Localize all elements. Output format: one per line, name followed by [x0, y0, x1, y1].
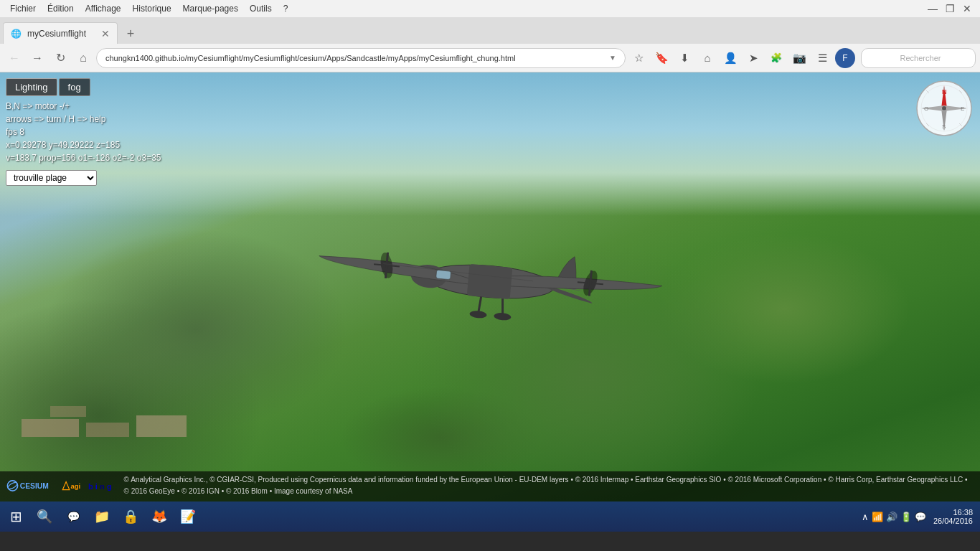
- airplane-model: [268, 170, 712, 386]
- tab-title: myCesiumflight: [27, 29, 86, 39]
- svg-point-13: [494, 312, 512, 321]
- tray-sound[interactable]: 🔊: [886, 512, 897, 522]
- url-box[interactable]: chungkn1400.github.io/myCesiumflight/myC…: [96, 48, 626, 68]
- back-button[interactable]: ←: [4, 48, 24, 68]
- tray-chevron[interactable]: ∧: [862, 512, 869, 522]
- taskbar: ⊞ 🔍 💬 📁 🔒 🦊 📝 ∧ 📶 🔊 🔋 💬 16:38 26/04/2016: [0, 501, 980, 532]
- new-tab-button[interactable]: +: [121, 24, 141, 44]
- taskbar-cortana[interactable]: 💬: [60, 504, 86, 529]
- taskbar-tray: ∧ 📶 🔊 🔋 💬: [857, 512, 930, 522]
- account-icon[interactable]: F: [835, 48, 855, 68]
- download-icon[interactable]: ⬇: [674, 48, 694, 68]
- taskbar-lock[interactable]: 🔒: [118, 504, 143, 529]
- profile-icon[interactable]: 👤: [720, 48, 740, 68]
- tab-favicon: 🌐: [11, 29, 22, 39]
- menu-bar: Fichier Édition Affichage Historique Mar…: [0, 0, 980, 18]
- svg-line-10: [479, 296, 481, 313]
- extension-icon[interactable]: 🧩: [766, 48, 786, 68]
- menu-outils[interactable]: Outils: [245, 2, 276, 15]
- control-buttons: Lighting fog: [6, 78, 90, 96]
- taskbar-explorer[interactable]: 📁: [89, 504, 115, 529]
- taskbar-notepad[interactable]: 📝: [175, 504, 201, 529]
- browser-chrome: Fichier Édition Affichage Historique Mar…: [0, 0, 980, 72]
- menu-help[interactable]: ?: [279, 2, 293, 15]
- svg-rect-8: [467, 264, 513, 299]
- menu-marque-pages[interactable]: Marque-pages: [179, 2, 242, 15]
- svg-line-12: [501, 298, 504, 315]
- start-button[interactable]: ⊞: [3, 504, 29, 529]
- home-button[interactable]: ⌂: [73, 48, 93, 68]
- close-button[interactable]: ✕: [960, 1, 974, 16]
- reload-button[interactable]: ↻: [50, 48, 70, 68]
- menu-icon[interactable]: ☰: [812, 48, 832, 68]
- tab-bar: 🌐 myCesiumflight ✕ +: [0, 18, 980, 44]
- menu-edition[interactable]: Édition: [43, 2, 78, 15]
- fog-button[interactable]: fog: [59, 78, 90, 96]
- search-input[interactable]: Rechercher: [861, 48, 976, 68]
- screenshot-icon[interactable]: 📷: [789, 48, 809, 68]
- address-bar: ← → ↻ ⌂ chungkn1400.github.io/myCesiumfl…: [0, 44, 980, 72]
- clock-date: 26/04/2016: [933, 517, 973, 525]
- cesium-viewport[interactable]: Lighting fog B,N => motor -/+ arrows => …: [0, 72, 980, 501]
- tray-network[interactable]: 📶: [872, 512, 883, 522]
- location-dropdown[interactable]: trouville plage paris lyon marseille: [6, 170, 97, 186]
- forward-button[interactable]: →: [27, 48, 47, 68]
- buildings-area: [14, 344, 215, 444]
- taskbar-firefox[interactable]: 🦊: [146, 504, 172, 529]
- bookmarks-list-icon[interactable]: 🔖: [651, 48, 672, 68]
- taskbar-search[interactable]: 🔍: [32, 504, 57, 529]
- menu-historique[interactable]: Historique: [128, 2, 176, 15]
- bookmark-star-icon[interactable]: ☆: [628, 48, 649, 68]
- tray-notification[interactable]: 💬: [915, 512, 926, 522]
- menu-fichier[interactable]: Fichier: [6, 2, 40, 15]
- active-tab[interactable]: 🌐 myCesiumflight ✕: [3, 22, 118, 44]
- restore-button[interactable]: ❐: [943, 1, 957, 16]
- clock-time: 16:38: [953, 508, 973, 517]
- svg-point-11: [469, 310, 487, 319]
- tab-close-button[interactable]: ✕: [101, 28, 110, 39]
- toolbar-icons: ☆ 🔖 ⬇ ⌂ 👤 ➤ 🧩 📷 ☰ F: [628, 48, 855, 68]
- tray-battery[interactable]: 🔋: [900, 512, 912, 522]
- minimize-button[interactable]: —: [925, 1, 940, 16]
- url-text: chungkn1400.github.io/myCesiumflight/myC…: [105, 54, 516, 62]
- search-placeholder: Rechercher: [896, 54, 941, 62]
- taskbar-clock[interactable]: 16:38 26/04/2016: [933, 508, 977, 525]
- home2-icon[interactable]: ⌂: [697, 48, 717, 68]
- location-select[interactable]: trouville plage paris lyon marseille: [6, 170, 97, 186]
- lighting-button[interactable]: Lighting: [6, 78, 57, 96]
- share-icon[interactable]: ➤: [743, 48, 763, 68]
- url-dropdown-icon[interactable]: ▼: [609, 54, 616, 62]
- menu-affichage[interactable]: Affichage: [81, 2, 126, 15]
